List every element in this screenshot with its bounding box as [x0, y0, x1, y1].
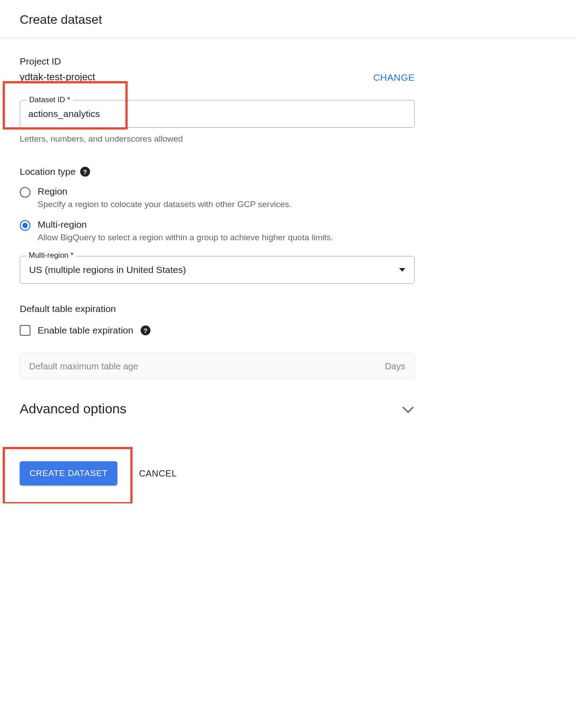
location-type-label: Location type	[20, 166, 76, 177]
max-table-age-suffix: Days	[385, 361, 405, 372]
cancel-button[interactable]: CANCEL	[136, 468, 180, 479]
max-table-age-placeholder: Default maximum table age	[29, 361, 138, 372]
radio-multi-region[interactable]	[20, 220, 30, 231]
dataset-id-label: Dataset ID *	[26, 95, 73, 104]
dataset-id-field[interactable]: Dataset ID *	[20, 100, 415, 128]
multi-region-select[interactable]: US (multiple regions in United States)	[20, 256, 415, 284]
enable-expiration-checkbox[interactable]	[20, 325, 30, 336]
advanced-options-toggle[interactable]: Advanced options	[20, 401, 415, 416]
enable-expiration-label: Enable table expiration	[38, 325, 133, 336]
advanced-options-label: Advanced options	[20, 401, 127, 416]
dataset-id-helper: Letters, numbers, and underscores allowe…	[20, 134, 415, 144]
page-title: Create dataset	[0, 0, 576, 38]
create-dataset-button[interactable]: CREATE DATASET	[20, 461, 117, 485]
radio-region-label: Region	[38, 186, 292, 197]
project-id-value: ydtak-test-project	[20, 71, 95, 83]
dataset-id-input[interactable]	[20, 100, 414, 127]
project-id-label: Project ID	[20, 56, 95, 67]
help-icon[interactable]: ?	[80, 167, 90, 177]
chevron-down-icon	[399, 268, 405, 272]
radio-region[interactable]	[20, 187, 30, 198]
multi-region-select-label: Multi-region *	[26, 251, 76, 260]
radio-multi-region-label: Multi-region	[38, 219, 333, 230]
help-icon[interactable]: ?	[141, 325, 150, 335]
max-table-age-input: Default maximum table age Days	[20, 353, 415, 380]
chevron-down-icon	[402, 402, 413, 413]
change-project-link[interactable]: CHANGE	[373, 72, 415, 83]
radio-region-desc: Specify a region to colocate your datase…	[38, 199, 292, 209]
location-type-radio-group: Region Specify a region to colocate your…	[20, 186, 415, 243]
radio-multi-region-desc: Allow BigQuery to select a region within…	[38, 233, 333, 243]
multi-region-select-value: US (multiple regions in United States)	[29, 264, 186, 275]
table-expiration-title: Default table expiration	[20, 303, 415, 314]
